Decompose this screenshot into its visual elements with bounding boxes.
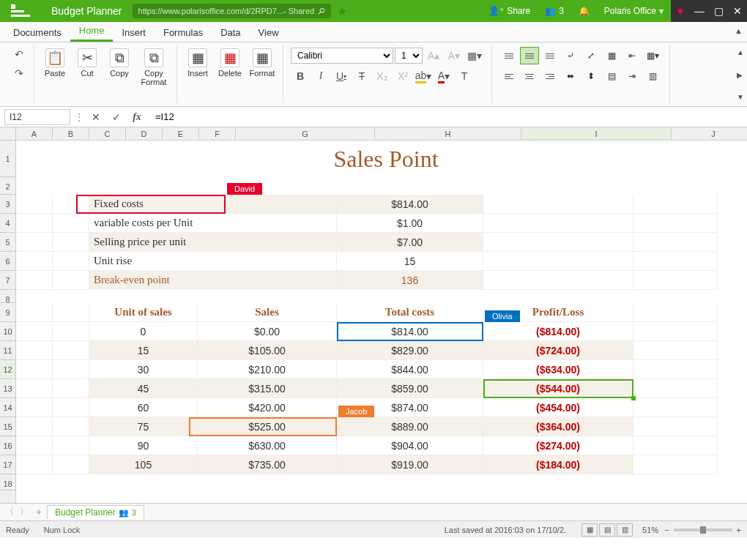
delete-cells-button[interactable]: ▦Delete bbox=[214, 45, 246, 78]
indent-inc-button[interactable]: ⇥ bbox=[622, 67, 642, 85]
table-header[interactable]: Total costs bbox=[337, 303, 483, 322]
table-cell[interactable]: $844.00 bbox=[337, 360, 483, 379]
col-header[interactable]: G bbox=[236, 127, 375, 140]
decrease-font-icon[interactable]: A▾ bbox=[445, 47, 464, 64]
table-cell[interactable]: ($634.00) bbox=[483, 360, 633, 379]
font-size-select[interactable]: 11 bbox=[395, 48, 423, 64]
table-cell[interactable]: 90 bbox=[89, 436, 198, 455]
fx-icon[interactable]: fx bbox=[129, 109, 145, 125]
view-page-icon[interactable]: ▤ bbox=[599, 523, 615, 537]
ribbon-scroll-down-icon[interactable]: ▼ bbox=[737, 93, 744, 101]
table-header[interactable]: Sales bbox=[198, 303, 337, 322]
cell-label[interactable]: Selling price per unit bbox=[89, 233, 337, 252]
table-cell[interactable]: 15 bbox=[89, 341, 198, 360]
row-header[interactable]: 5 bbox=[0, 233, 15, 252]
wrap-text-button[interactable]: ⤶ bbox=[561, 47, 580, 64]
sheet-nav-first-icon[interactable]: 〈 bbox=[3, 506, 16, 518]
table-cell[interactable]: $0.00 bbox=[198, 322, 337, 341]
cell-reference-box[interactable]: I12 bbox=[4, 109, 70, 125]
dist-horiz-button[interactable]: ⬌ bbox=[561, 67, 580, 85]
minimize-button[interactable]: ― bbox=[690, 0, 709, 22]
table-cell[interactable]: $829.00 bbox=[337, 341, 483, 360]
row-header[interactable]: 16 bbox=[0, 436, 15, 455]
merge-button[interactable]: ▦ bbox=[602, 47, 621, 64]
table-cell[interactable]: $904.00 bbox=[337, 436, 483, 455]
italic-button[interactable]: I bbox=[311, 67, 330, 85]
table-cell[interactable]: ($184.00) bbox=[483, 455, 633, 474]
grid[interactable]: Sales Point Fixed costs$814.00 variable … bbox=[16, 141, 747, 503]
col-header[interactable]: C bbox=[89, 127, 126, 140]
borders-button[interactable]: ▦▾ bbox=[643, 47, 662, 64]
cell-value[interactable]: 136 bbox=[337, 271, 483, 290]
fill-color-icon[interactable]: ▦▾ bbox=[465, 47, 484, 64]
table-cell[interactable]: 30 bbox=[89, 360, 198, 379]
cell-value[interactable]: 15 bbox=[337, 252, 483, 271]
sheet-title[interactable]: Sales Point bbox=[16, 141, 747, 177]
clear-format-button[interactable]: T bbox=[455, 67, 474, 85]
share-url-chip[interactable]: https://www.polarisoffice.com/d/2RPD7...… bbox=[133, 4, 332, 18]
close-button[interactable]: ✕ bbox=[728, 0, 747, 22]
table-cell[interactable]: $420.00 bbox=[198, 398, 337, 417]
table-cell[interactable]: ($544.00) bbox=[483, 379, 633, 398]
table-cell[interactable]: 75 bbox=[89, 417, 198, 436]
row-header[interactable]: 9 bbox=[0, 303, 15, 322]
table-cell[interactable]: $919.00 bbox=[337, 455, 483, 474]
cell-label[interactable]: variable costs per Unit bbox=[89, 214, 337, 233]
align-top-button[interactable] bbox=[499, 47, 519, 64]
align-center-button[interactable] bbox=[520, 67, 539, 85]
zoom-out-icon[interactable]: − bbox=[664, 526, 669, 534]
maximize-button[interactable]: ▢ bbox=[709, 0, 728, 22]
table-header[interactable]: Profit/Loss bbox=[483, 303, 633, 322]
align-bottom-button[interactable] bbox=[540, 47, 560, 64]
cell-style-button[interactable]: ▥ bbox=[643, 67, 662, 85]
bold-button[interactable]: B bbox=[291, 67, 310, 85]
ribbon-scroll-right-icon[interactable]: ▶ bbox=[737, 71, 744, 79]
format-cells-button[interactable]: ▦Format bbox=[246, 45, 278, 78]
col-header[interactable]: J bbox=[672, 127, 747, 140]
table-cell[interactable]: $630.00 bbox=[198, 436, 337, 455]
row-header[interactable]: 10 bbox=[0, 322, 15, 341]
indent-dec-button[interactable]: ⇤ bbox=[622, 47, 642, 64]
table-cell[interactable]: ($724.00) bbox=[483, 341, 633, 360]
table-cell[interactable]: $525.00 bbox=[198, 417, 337, 436]
underline-button[interactable]: U▾ bbox=[332, 67, 351, 85]
insert-cells-button[interactable]: ▦Insert bbox=[182, 45, 214, 78]
ribbon-scroll-up-icon[interactable]: ▲ bbox=[737, 48, 744, 56]
sheet-nav-prev-icon[interactable]: 〉 bbox=[18, 506, 31, 518]
table-cell[interactable]: ($364.00) bbox=[483, 417, 633, 436]
tab-home[interactable]: Home bbox=[70, 21, 114, 42]
unmerge-button[interactable]: ▤ bbox=[602, 67, 621, 85]
table-cell[interactable]: ($814.00) bbox=[483, 322, 633, 341]
select-all-corner[interactable] bbox=[0, 127, 16, 141]
collaborators-count[interactable]: 👥3 bbox=[538, 6, 571, 16]
table-cell[interactable]: 60 bbox=[89, 398, 198, 417]
view-normal-icon[interactable]: ▦ bbox=[581, 523, 598, 537]
share-button[interactable]: 👤⁺Share bbox=[481, 6, 538, 16]
row-header[interactable]: 12 bbox=[0, 360, 15, 379]
table-cell[interactable]: $874.00 bbox=[337, 398, 483, 417]
align-right-button[interactable] bbox=[540, 67, 560, 85]
table-cell[interactable]: $859.00 bbox=[337, 379, 483, 398]
tab-insert[interactable]: Insert bbox=[113, 23, 155, 42]
table-cell[interactable]: ($454.00) bbox=[483, 398, 633, 417]
orientation-button[interactable]: ⤢ bbox=[581, 47, 601, 64]
zoom-in-icon[interactable]: + bbox=[737, 526, 741, 534]
table-header[interactable]: Unit of sales bbox=[89, 303, 198, 322]
view-break-icon[interactable]: ▥ bbox=[617, 523, 633, 537]
table-cell[interactable]: 105 bbox=[89, 455, 198, 474]
cell-value[interactable]: $814.00 bbox=[337, 195, 483, 214]
col-header[interactable]: D bbox=[126, 127, 163, 140]
zoom-thumb[interactable] bbox=[700, 526, 706, 534]
row-header[interactable]: 13 bbox=[0, 379, 15, 398]
table-cell[interactable]: $315.00 bbox=[198, 379, 337, 398]
copy-format-button[interactable]: ⧉Copy Format bbox=[135, 45, 172, 86]
row-header[interactable]: 7 bbox=[0, 271, 15, 290]
tab-documents[interactable]: Documents bbox=[4, 23, 70, 42]
strikethrough-button[interactable]: T bbox=[352, 67, 371, 85]
accept-formula-icon[interactable]: ✓ bbox=[108, 109, 124, 125]
paste-button[interactable]: 📋Paste bbox=[39, 45, 71, 78]
star-icon[interactable]: ★ bbox=[331, 4, 353, 18]
redo-button[interactable]: ↷ bbox=[9, 64, 29, 82]
row-header[interactable]: 11 bbox=[0, 341, 15, 360]
row-header[interactable]: 4 bbox=[0, 214, 15, 233]
